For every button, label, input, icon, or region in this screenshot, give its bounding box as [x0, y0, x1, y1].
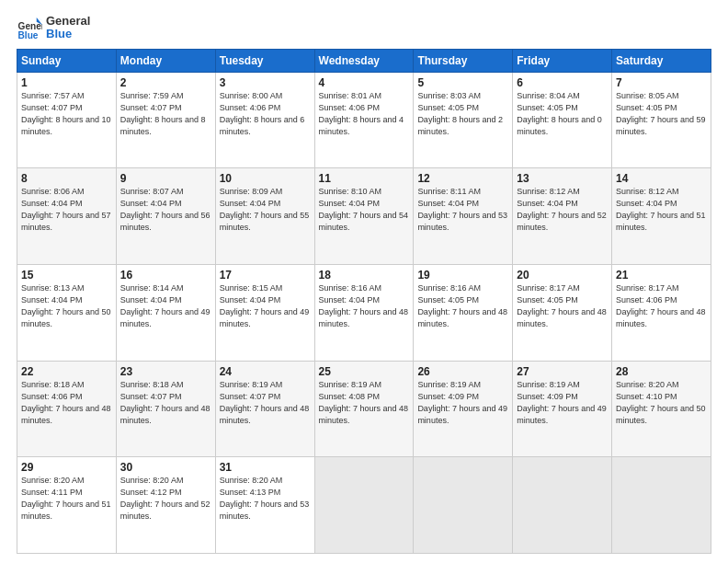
day-info: Sunrise: 7:59 AMSunset: 4:07 PMDaylight:…: [120, 91, 206, 136]
day-info: Sunrise: 8:17 AMSunset: 4:06 PMDaylight:…: [616, 283, 706, 328]
calendar-cell: 18 Sunrise: 8:16 AMSunset: 4:04 PMDaylig…: [314, 264, 414, 361]
day-info: Sunrise: 8:15 AMSunset: 4:04 PMDaylight:…: [220, 283, 310, 328]
calendar-week-5: 29 Sunrise: 8:20 AMSunset: 4:11 PMDaylig…: [17, 457, 711, 554]
calendar-cell: 9 Sunrise: 8:07 AMSunset: 4:04 PMDayligh…: [116, 168, 215, 265]
day-number: 13: [517, 172, 608, 185]
day-number: 25: [319, 365, 410, 378]
logo-general: General: [46, 15, 90, 28]
page: General Blue General Blue SundayMondayTu…: [0, 0, 728, 563]
day-number: 15: [21, 269, 112, 282]
day-info: Sunrise: 8:17 AMSunset: 4:05 PMDaylight:…: [517, 283, 607, 328]
day-info: Sunrise: 8:11 AMSunset: 4:04 PMDaylight:…: [417, 187, 507, 232]
calendar-cell: 28 Sunrise: 8:20 AMSunset: 4:10 PMDaylig…: [612, 361, 711, 457]
day-info: Sunrise: 8:03 AMSunset: 4:05 PMDaylight:…: [417, 91, 503, 136]
calendar-cell: 17 Sunrise: 8:15 AMSunset: 4:04 PMDaylig…: [215, 264, 314, 361]
day-info: Sunrise: 8:19 AMSunset: 4:07 PMDaylight:…: [220, 380, 310, 425]
day-info: Sunrise: 8:05 AMSunset: 4:05 PMDaylight:…: [616, 91, 706, 136]
day-info: Sunrise: 8:18 AMSunset: 4:07 PMDaylight:…: [120, 380, 210, 425]
day-number: 1: [21, 76, 112, 89]
calendar-cell: 12 Sunrise: 8:11 AMSunset: 4:04 PMDaylig…: [414, 168, 513, 265]
day-info: Sunrise: 8:09 AMSunset: 4:04 PMDaylight:…: [220, 187, 310, 232]
calendar-cell: 1 Sunrise: 7:57 AMSunset: 4:07 PMDayligh…: [17, 72, 117, 168]
calendar-cell: 11 Sunrise: 8:10 AMSunset: 4:04 PMDaylig…: [314, 168, 414, 265]
calendar-cell: 19 Sunrise: 8:16 AMSunset: 4:05 PMDaylig…: [414, 264, 513, 361]
calendar-cell: 25 Sunrise: 8:19 AMSunset: 4:08 PMDaylig…: [314, 361, 414, 457]
day-info: Sunrise: 8:20 AMSunset: 4:10 PMDaylight:…: [616, 380, 706, 425]
calendar-cell: 30 Sunrise: 8:20 AMSunset: 4:12 PMDaylig…: [116, 457, 215, 554]
day-info: Sunrise: 8:20 AMSunset: 4:13 PMDaylight:…: [220, 476, 310, 521]
day-number: 11: [319, 172, 410, 185]
col-header-monday: Monday: [116, 49, 215, 72]
calendar-cell: 2 Sunrise: 7:59 AMSunset: 4:07 PMDayligh…: [116, 72, 215, 168]
col-header-sunday: Sunday: [17, 49, 117, 72]
calendar-cell: 3 Sunrise: 8:00 AMSunset: 4:06 PMDayligh…: [215, 72, 314, 168]
col-header-saturday: Saturday: [612, 49, 711, 72]
day-number: 4: [319, 76, 410, 89]
day-info: Sunrise: 8:19 AMSunset: 4:09 PMDaylight:…: [517, 380, 607, 425]
calendar-table: SundayMondayTuesdayWednesdayThursdayFrid…: [17, 49, 711, 554]
calendar-week-2: 8 Sunrise: 8:06 AMSunset: 4:04 PMDayligh…: [17, 168, 711, 265]
day-number: 23: [120, 365, 211, 378]
day-number: 14: [616, 172, 707, 185]
calendar-cell: 13 Sunrise: 8:12 AMSunset: 4:04 PMDaylig…: [513, 168, 612, 265]
day-number: 16: [120, 269, 211, 282]
day-number: 18: [319, 269, 410, 282]
calendar-header-row: SundayMondayTuesdayWednesdayThursdayFrid…: [17, 49, 711, 72]
svg-text:Blue: Blue: [18, 30, 39, 40]
day-info: Sunrise: 8:16 AMSunset: 4:04 PMDaylight:…: [319, 283, 409, 328]
calendar-cell: 6 Sunrise: 8:04 AMSunset: 4:05 PMDayligh…: [513, 72, 612, 168]
calendar-cell: 24 Sunrise: 8:19 AMSunset: 4:07 PMDaylig…: [215, 361, 314, 457]
day-info: Sunrise: 8:01 AMSunset: 4:06 PMDaylight:…: [319, 91, 404, 136]
day-info: Sunrise: 8:10 AMSunset: 4:04 PMDaylight:…: [319, 187, 409, 232]
day-number: 10: [220, 172, 311, 185]
calendar-cell: [612, 457, 711, 554]
calendar-cell: 5 Sunrise: 8:03 AMSunset: 4:05 PMDayligh…: [414, 72, 513, 168]
logo-icon: General Blue: [17, 15, 42, 40]
header: General Blue General Blue: [17, 15, 711, 41]
day-number: 26: [417, 365, 508, 378]
calendar-cell: 26 Sunrise: 8:19 AMSunset: 4:09 PMDaylig…: [414, 361, 513, 457]
calendar-cell: 27 Sunrise: 8:19 AMSunset: 4:09 PMDaylig…: [513, 361, 612, 457]
day-number: 20: [517, 269, 608, 282]
day-number: 2: [120, 76, 211, 89]
calendar-cell: 4 Sunrise: 8:01 AMSunset: 4:06 PMDayligh…: [314, 72, 414, 168]
day-number: 28: [616, 365, 707, 378]
calendar-cell: 20 Sunrise: 8:17 AMSunset: 4:05 PMDaylig…: [513, 264, 612, 361]
day-info: Sunrise: 8:20 AMSunset: 4:12 PMDaylight:…: [120, 476, 210, 521]
calendar-cell: 23 Sunrise: 8:18 AMSunset: 4:07 PMDaylig…: [116, 361, 215, 457]
col-header-thursday: Thursday: [414, 49, 513, 72]
calendar-cell: [513, 457, 612, 554]
col-header-friday: Friday: [513, 49, 612, 72]
calendar-cell: 31 Sunrise: 8:20 AMSunset: 4:13 PMDaylig…: [215, 457, 314, 554]
day-info: Sunrise: 8:13 AMSunset: 4:04 PMDaylight:…: [21, 283, 111, 328]
day-info: Sunrise: 8:06 AMSunset: 4:04 PMDaylight:…: [21, 187, 111, 232]
calendar-cell: 22 Sunrise: 8:18 AMSunset: 4:06 PMDaylig…: [17, 361, 117, 457]
day-info: Sunrise: 8:19 AMSunset: 4:08 PMDaylight:…: [319, 380, 409, 425]
day-info: Sunrise: 8:18 AMSunset: 4:06 PMDaylight:…: [21, 380, 111, 425]
calendar-cell: 14 Sunrise: 8:12 AMSunset: 4:04 PMDaylig…: [612, 168, 711, 265]
logo: General Blue General Blue: [17, 15, 90, 41]
day-info: Sunrise: 8:04 AMSunset: 4:05 PMDaylight:…: [517, 91, 602, 136]
col-header-wednesday: Wednesday: [314, 49, 414, 72]
day-info: Sunrise: 8:12 AMSunset: 4:04 PMDaylight:…: [517, 187, 607, 232]
day-number: 27: [517, 365, 608, 378]
calendar-cell: [414, 457, 513, 554]
calendar-cell: 16 Sunrise: 8:14 AMSunset: 4:04 PMDaylig…: [116, 264, 215, 361]
day-number: 6: [517, 76, 608, 89]
day-info: Sunrise: 8:07 AMSunset: 4:04 PMDaylight:…: [120, 187, 210, 232]
calendar-cell: 21 Sunrise: 8:17 AMSunset: 4:06 PMDaylig…: [612, 264, 711, 361]
calendar-week-4: 22 Sunrise: 8:18 AMSunset: 4:06 PMDaylig…: [17, 361, 711, 457]
day-info: Sunrise: 8:00 AMSunset: 4:06 PMDaylight:…: [220, 91, 305, 136]
calendar-cell: 29 Sunrise: 8:20 AMSunset: 4:11 PMDaylig…: [17, 457, 117, 554]
day-number: 5: [417, 76, 508, 89]
calendar-cell: 15 Sunrise: 8:13 AMSunset: 4:04 PMDaylig…: [17, 264, 117, 361]
calendar-cell: 8 Sunrise: 8:06 AMSunset: 4:04 PMDayligh…: [17, 168, 117, 265]
day-info: Sunrise: 8:20 AMSunset: 4:11 PMDaylight:…: [21, 476, 111, 521]
day-number: 24: [220, 365, 311, 378]
day-info: Sunrise: 8:19 AMSunset: 4:09 PMDaylight:…: [417, 380, 507, 425]
day-number: 22: [21, 365, 112, 378]
day-info: Sunrise: 8:12 AMSunset: 4:04 PMDaylight:…: [616, 187, 706, 232]
logo-blue: Blue: [46, 28, 90, 40]
day-info: Sunrise: 8:16 AMSunset: 4:05 PMDaylight:…: [417, 283, 507, 328]
calendar-week-1: 1 Sunrise: 7:57 AMSunset: 4:07 PMDayligh…: [17, 72, 711, 168]
